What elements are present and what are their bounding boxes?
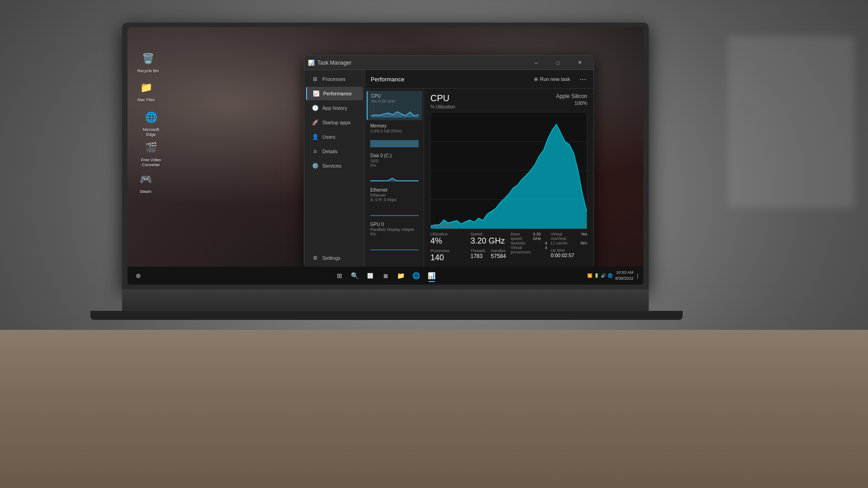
sidebar-item-processes[interactable]: ⊞ Processes [306, 72, 363, 86]
vm-label: Virtual machine: [551, 232, 577, 241]
show-desktop-button[interactable]: │ [636, 268, 640, 283]
sidebar-item-app-history[interactable]: 🕐 App history [306, 101, 363, 115]
sidebar-item-settings[interactable]: ⚙ Settings [306, 251, 363, 265]
taskmanager-taskbar-button[interactable]: 📊 [425, 268, 439, 283]
taskbar-right: 🔼 🔋 🔊 🌐 10:53 AM 8/30/2022 │ [587, 268, 640, 283]
tm-main-panel: Performance ⊕ Run new task ⋯ [365, 70, 594, 267]
folder-icon: 📁 [138, 80, 154, 96]
minimize-button[interactable]: ─ [526, 56, 547, 70]
chart-label-0s: 0 [583, 223, 585, 228]
laptop-keyboard [122, 289, 649, 312]
desk-surface [0, 330, 868, 488]
cpu-stats: Utilization 4% Processes 140 [430, 232, 587, 263]
svg-marker-2 [370, 178, 419, 182]
sidebar-item-performance[interactable]: 📈 Performance [306, 87, 363, 100]
steam-icon: 🎮 [137, 171, 154, 188]
vm-value: Yes [580, 232, 587, 241]
screen-bezel: 🗑️ Recycle Bin 📁 Mac Files 🌐 Microsoft E… [127, 27, 643, 285]
cpu-chart-svg [431, 113, 587, 229]
performance-icon: 📈 [312, 90, 320, 97]
taskview-button[interactable]: ⬜ [363, 268, 377, 283]
resource-item-cpu[interactable]: CPU 4% 3.20 GHz [367, 91, 422, 120]
sidebar-label-startup-apps: Startup apps [322, 120, 350, 125]
threads-label: Threads [471, 249, 486, 253]
uptime-section: Up time 0:00:02:57 [551, 248, 587, 258]
run-new-task-button[interactable]: ⊕ Run new task [530, 75, 574, 84]
cpu-title: CPU [430, 93, 455, 103]
sidebar-item-startup-apps[interactable]: 🚀 Startup apps [306, 116, 363, 129]
desktop-icon-edge[interactable]: 🌐 Microsoft Edge [136, 108, 166, 139]
sidebar-bottom: ⚙ Settings [304, 251, 365, 267]
sys-tray: 🔼 🔋 🔊 🌐 [587, 273, 613, 278]
desktop-icon-video-converter[interactable]: 🎬 Free Video Converter [136, 138, 166, 169]
mac-files-label: Mac Files [137, 98, 155, 103]
resource-sub-memory: 3.3/6.0 GB (55%) [370, 129, 419, 133]
utilization-label: Utilization [430, 232, 467, 236]
stat-group-tech: Base speed: 3.20 GHz Sockets: 4 [511, 232, 547, 263]
cpu-brand-name: Apple Silicon [556, 93, 587, 99]
sockets-row: Sockets: 4 [511, 241, 547, 245]
cpu-utilization-pct: 100% [556, 100, 587, 106]
chart-label-60s: 60 seconds [433, 223, 453, 228]
svg-marker-6 [431, 124, 587, 229]
more-options-button[interactable]: ⋯ [577, 74, 588, 84]
widgets-button[interactable]: ▦ [378, 268, 393, 283]
taskmanager-app-icon: 📊 [308, 60, 315, 66]
start-button[interactable]: ⊞ [332, 268, 347, 283]
resource-name-cpu: CPU [371, 94, 419, 99]
performance-actions: ⊕ Run new task ⋯ [530, 74, 588, 84]
resource-item-ethernet[interactable]: Ethernet EthernetS: 0 R: 0 Kbps [367, 185, 422, 219]
l1-row: L1 cache: N/A [551, 241, 587, 245]
clock-date: 8/30/2022 [615, 276, 633, 282]
handles-value: 57584 [491, 253, 506, 259]
search-button[interactable]: 🔍 [348, 268, 362, 283]
taskbar: ⊕ ⊞ 🔍 ⬜ ▦ 📁 🌐 📊 🔼 🔋 🔊 🌐 [127, 267, 643, 285]
resource-name-gpu: GPU 0 [370, 222, 419, 227]
close-button[interactable]: ✕ [569, 56, 590, 70]
sidebar-item-users[interactable]: 👤 Users [306, 130, 363, 144]
titlebar: 📊 Task Manager ─ □ ✕ [304, 56, 594, 70]
speed-value: 3.20 GHz [471, 236, 507, 246]
desktop-icon-recycle-bin[interactable]: 🗑️ Recycle Bin [136, 49, 161, 75]
chevron-up-icon[interactable]: 🔼 [587, 273, 592, 278]
resource-item-disk[interactable]: Disk 0 (C:) SSD 0% [367, 150, 422, 184]
base-speed-label: Base speed: [511, 232, 529, 241]
cpu-detail-header: CPU % Utilization Apple Silicon 100% [430, 93, 587, 109]
desktop-icon-steam[interactable]: 🎮 Steam [136, 169, 156, 196]
performance-header: Performance ⊕ Run new task ⋯ [365, 70, 594, 89]
l1-value: N/A [580, 241, 587, 245]
memory-mini-chart [370, 135, 419, 147]
copilot-button[interactable]: ⊕ [131, 268, 146, 283]
threads-group: Threads 1783 [471, 249, 486, 259]
explorer-button[interactable]: 📁 [394, 268, 408, 283]
resource-item-memory[interactable]: Memory 3.3/6.0 GB (55%) [367, 121, 422, 150]
services-icon: ⚙️ [311, 163, 319, 169]
edge-taskbar-button[interactable]: 🌐 [409, 268, 424, 283]
cpu-chart: 60 seconds 0 [430, 112, 587, 229]
window-controls: ─ □ ✕ [526, 56, 590, 70]
video-converter-label: Free Video Converter [137, 158, 165, 168]
details-icon: ≡ [311, 148, 319, 155]
network-icon[interactable]: 🌐 [608, 273, 613, 278]
resource-item-gpu[interactable]: GPU 0 Parallels Display Adapte0% [367, 219, 422, 253]
task-manager-window: 📊 Task Manager ─ □ ✕ ⊞ Processes [304, 55, 594, 267]
video-converter-icon: 🎬 [143, 140, 159, 156]
sidebar-item-services[interactable]: ⚙️ Services [306, 159, 363, 173]
titlebar-title: Task Manager [317, 60, 526, 66]
volume-icon[interactable]: 🔊 [601, 273, 606, 278]
disk-mini-chart [370, 169, 419, 182]
sockets-value: 4 [545, 241, 547, 245]
system-clock[interactable]: 10:53 AM 8/30/2022 [615, 270, 633, 281]
sidebar-label-details: Details [322, 149, 338, 154]
gpu-mini-chart [370, 238, 419, 250]
run-task-icon: ⊕ [534, 76, 538, 82]
maximize-button[interactable]: □ [547, 56, 568, 70]
uptime-value: 0:00:02:57 [551, 253, 587, 258]
resource-sub-disk: SSD 0% [370, 159, 419, 168]
base-speed-value: 3.20 GHz [533, 232, 547, 241]
desktop-icon-mac-files[interactable]: 📁 Mac Files [136, 78, 157, 104]
sidebar-label-users: Users [322, 134, 335, 140]
sidebar-item-details[interactable]: ≡ Details [306, 145, 363, 158]
run-task-label: Run new task [540, 76, 570, 82]
stat-group-speed: Speed 3.20 GHz Threads 1783 [471, 232, 507, 263]
